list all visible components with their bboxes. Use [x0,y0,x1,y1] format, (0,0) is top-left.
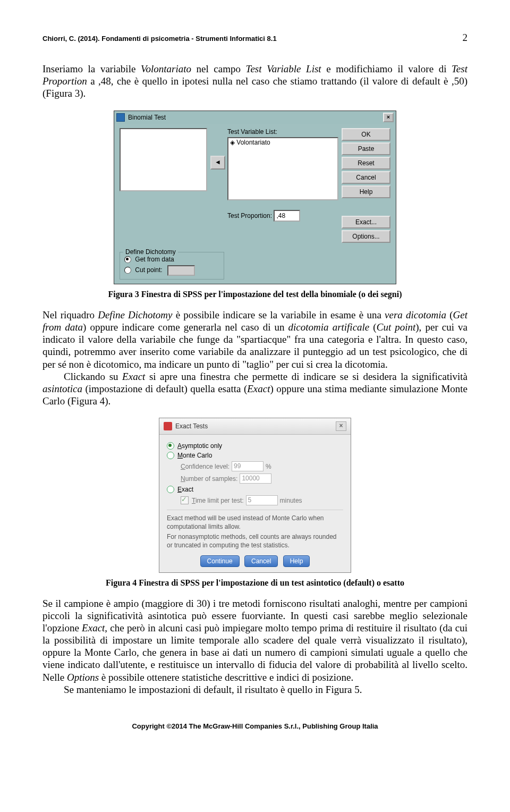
samples-row: Number of samples: 10000 [181,473,343,484]
note-2: For nonasymptotic methods, cell counts a… [167,533,343,549]
confidence-label: Confidence level: [181,463,230,470]
radio-icon [167,452,174,459]
divider [167,510,343,510]
button-column: OK Paste Reset Cancel Help Exact... Opti… [342,128,390,244]
tvl-label: Test Variable List: [227,128,338,136]
running-header: Chiorri, C. (2014). Fondamenti di psicom… [42,32,468,44]
radio-label: Asymptotic only [177,442,222,450]
radio-label: Get from data [135,256,174,263]
note-1: Exact method will be used instead of Mon… [167,514,343,531]
app-icon [116,113,125,122]
continue-button[interactable]: Continue [200,555,240,567]
dialog-title: Binomial Test [128,114,383,121]
paragraph-4: Se il campione è ampio (maggiore di 30) … [42,597,468,683]
figure-4: Exact Tests × Asymptotic only Monte Carl… [42,418,468,572]
checkbox-icon[interactable] [181,496,189,504]
footer: Copyright ©2014 The McGraw-Hill Companie… [42,722,468,730]
radio-get-from-data[interactable]: Get from data [124,256,219,263]
radio-icon [124,256,131,263]
radio-icon [167,442,174,450]
radio-icon [124,267,131,274]
test-variable-area: Test Variable List: ◈ Volontariato Test … [227,128,338,222]
paragraph-2: Nel riquadro Define Dichotomy è possibil… [42,309,468,370]
samples-label: Number of samples: [181,475,237,483]
time-limit-row: Time limit per test: 5 minutes [181,495,343,505]
radio-asymptotic[interactable]: Asymptotic only [167,442,343,450]
close-icon[interactable]: × [383,113,394,122]
radio-label: Monte Carlo [177,452,212,459]
move-left-button[interactable]: ◄ [210,156,225,170]
test-proportion-label: Test Proportion: [227,212,272,219]
confidence-row: Confidence level: 99 % [181,461,343,471]
figure-4-caption: Figura 4 Finestra di SPSS per l'impostaz… [42,578,468,588]
define-dichotomy-group: Define Dichotomy Get from data Cut point… [120,252,224,280]
time-unit: minutes [280,497,302,504]
radio-label: Cut point: [135,266,162,274]
exact-button[interactable]: Exact... [342,216,390,229]
var-icon: ◈ [230,139,236,146]
time-input[interactable]: 5 [246,495,278,505]
test-variable-list[interactable]: ◈ Volontariato [227,137,338,200]
figure-3-caption: Figura 3 Finestra di SPSS per l'impostaz… [42,290,468,299]
radio-monte-carlo[interactable]: Monte Carlo [167,452,343,459]
paste-button[interactable]: Paste [342,142,390,155]
paragraph-3: Clickando su Exact si apre una finestra … [42,370,468,408]
binomial-titlebar: Binomial Test × [114,111,396,124]
source-list[interactable] [120,128,207,191]
figure-3: Binomial Test × ◄ Test Variable List: ◈ … [42,111,468,284]
binomial-dialog: Binomial Test × ◄ Test Variable List: ◈ … [114,111,396,284]
samples-input[interactable]: 10000 [240,473,271,484]
test-proportion-input[interactable]: ,48 [274,210,300,222]
options-button[interactable]: Options... [342,230,390,243]
confidence-input[interactable]: 99 [232,461,264,471]
list-item[interactable]: ◈ Volontariato [228,138,337,147]
help-button[interactable]: Help [342,185,390,198]
dialog-title: Exact Tests [175,422,336,430]
radio-label: Exact [177,486,193,493]
exact-tests-dialog: Exact Tests × Asymptotic only Monte Carl… [159,418,351,572]
cancel-button[interactable]: Cancel [244,555,278,567]
percent-label: % [266,463,271,470]
paragraph-5: Se manteniamo le impostazioni di default… [42,683,468,696]
help-button[interactable]: Help [283,555,310,567]
radio-exact[interactable]: Exact [167,486,343,493]
ok-button[interactable]: OK [342,128,390,141]
paragraph-1: Inseriamo la variabile Volontariato nel … [42,63,468,100]
time-label: Time limit per test: [192,497,244,504]
reset-button[interactable]: Reset [342,157,390,170]
dichotomy-legend: Define Dichotomy [123,248,178,256]
radio-icon [167,486,174,493]
app-icon [164,422,172,430]
close-icon[interactable]: × [336,421,346,431]
cut-point-input[interactable] [167,265,195,276]
cancel-button[interactable]: Cancel [342,171,390,184]
var-name: Volontariato [236,139,270,146]
header-left: Chiorri, C. (2014). Fondamenti di psicom… [42,35,277,43]
exact-titlebar: Exact Tests × [159,418,351,435]
page-number: 2 [463,32,468,44]
radio-cut-point[interactable]: Cut point: [124,265,219,276]
